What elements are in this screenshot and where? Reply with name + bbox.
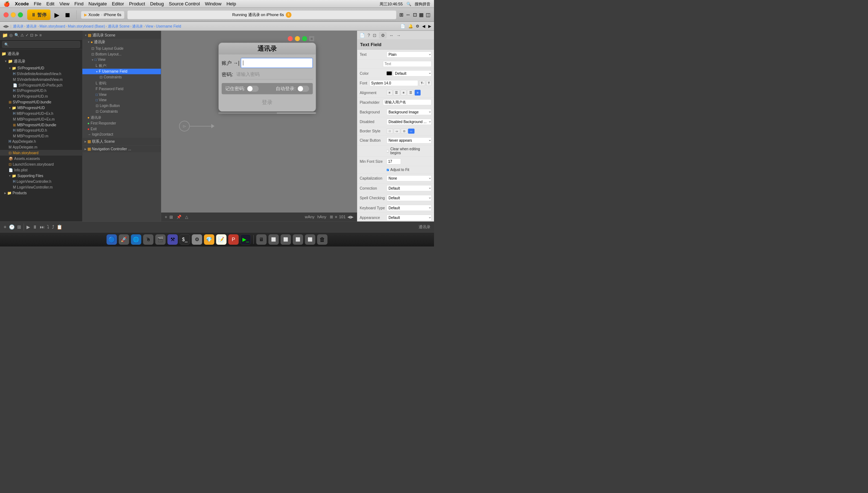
breadcrumb-right-3[interactable]: ⚙	[416, 24, 419, 29]
canvas-add-btn[interactable]: +	[165, 215, 167, 220]
dock-settings[interactable]: ⚙	[192, 234, 202, 245]
bottom-stepin-btn[interactable]: ⤴	[52, 224, 54, 230]
bottom-play-btn[interactable]: ▶	[26, 224, 30, 230]
nav-project-icon[interactable]: 📁	[2, 33, 8, 38]
dock-video[interactable]: 🎬	[155, 234, 166, 245]
panel-btn[interactable]: ▦	[419, 12, 424, 18]
nav-find-icon[interactable]: 🔍	[14, 33, 19, 38]
sidebar-item-launch[interactable]: ⊡ LaunchScreen.storyboard	[0, 161, 82, 167]
prop-correction-select[interactable]: Default	[387, 185, 432, 191]
sidebar-item-mb1[interactable]: H MBProgressHUD+Ex.h	[0, 111, 82, 117]
dock-safari[interactable]: 🌐	[131, 234, 141, 245]
align-right[interactable]: ≡	[401, 90, 406, 96]
nav-btn[interactable]: ↔	[406, 12, 411, 18]
sidebar-item-subgroup[interactable]: ▼ 📁 通讯录	[0, 58, 82, 65]
dock-paprika[interactable]: P	[228, 234, 239, 245]
nav-item-tongxun-ctrl[interactable]: ▼ ● 通讯录	[82, 39, 161, 45]
autologin-toggle[interactable]	[298, 86, 309, 92]
menu-window[interactable]: Window	[205, 1, 221, 7]
breadcrumb-2[interactable]: 通讯录	[26, 24, 37, 29]
align-center[interactable]: ☰	[393, 90, 400, 96]
nav-item-constraints-view[interactable]: ⊡ Constraints	[82, 109, 161, 114]
prop-spell-select[interactable]: Default	[387, 195, 432, 201]
dock-icon3[interactable]: ⬜	[281, 234, 291, 245]
breadcrumb-6[interactable]: 通讯录	[132, 24, 143, 29]
scene-heading-tongxun[interactable]: ▼ ▦ 通讯录 Scene	[82, 31, 161, 39]
dock-icon5[interactable]: ⬜	[305, 234, 315, 245]
prop-text-select[interactable]: Plain	[387, 52, 432, 58]
nav-issue-icon[interactable]: ⚠	[20, 33, 24, 38]
breadcrumb-8[interactable]: Username Field	[156, 24, 181, 29]
nav-item-account-label[interactable]: L 账户:	[82, 63, 161, 69]
prop-keyboard-select[interactable]: Default	[387, 205, 432, 211]
inspector-size-btn[interactable]: ↔	[389, 33, 394, 38]
scene-heading-navctrl[interactable]: ▶ ▦ Navigation Controller ...	[82, 146, 161, 152]
sidebar-item-appdelegate-m[interactable]: M AppDelegate.m	[0, 145, 82, 150]
bottom-step-btn[interactable]: ⏭	[40, 224, 44, 230]
dock-mouse[interactable]: 🖱	[143, 234, 154, 245]
bottom-add-btn[interactable]: +	[4, 224, 6, 230]
align-left[interactable]: ≡	[387, 90, 392, 96]
prop-disabled-select[interactable]: Disabled Background ...	[387, 119, 432, 125]
border-active[interactable]: ▭	[408, 129, 415, 134]
menu-xcode[interactable]: Xcode	[15, 1, 29, 7]
nav-item-view3[interactable]: □ View	[82, 97, 161, 103]
border-round[interactable]: ⊡	[401, 129, 408, 134]
traffic-yellow[interactable]	[11, 12, 16, 17]
nav-test-icon[interactable]: ✓	[25, 33, 29, 38]
scheme-selector[interactable]: ▶ Xcode › iPhone 6s	[81, 11, 124, 19]
dock-trash[interactable]: 🗑	[317, 234, 328, 245]
bottom-filter-btn[interactable]: ⊞	[17, 224, 21, 230]
align-active[interactable]: ≡	[415, 90, 420, 96]
bottom-history-btn[interactable]: 🕐	[9, 224, 15, 230]
breadcrumb-5[interactable]: 通讯录 Scene	[108, 24, 130, 29]
prop-color-select[interactable]: Default	[393, 70, 432, 77]
prop-bg-select[interactable]: Background Image	[387, 109, 432, 115]
dock-finder[interactable]: 🔵	[107, 234, 117, 245]
menu-help[interactable]: Help	[226, 1, 236, 7]
menu-view[interactable]: View	[59, 1, 69, 7]
dock-icon2[interactable]: ⬜	[269, 234, 279, 245]
align-justify[interactable]: ☰	[407, 90, 414, 96]
dock-sketch[interactable]: 💎	[204, 234, 214, 245]
nav-symbol-icon[interactable]: ◎	[9, 33, 13, 38]
nav-item-username-field[interactable]: ▼ F Username Field	[82, 69, 161, 74]
sidebar-item-appdelegate-h[interactable]: H AppDelegate.h	[0, 139, 82, 145]
breadcrumb-3[interactable]: Main.storyboard	[39, 24, 65, 29]
border-line[interactable]: ▭	[394, 129, 400, 134]
breadcrumb-right-1[interactable]: 📄	[400, 24, 405, 29]
sidebar-item-svbundle[interactable]: ⊞ SVProgressHUD.bundle	[0, 99, 82, 105]
inspector-file-btn[interactable]: 📄	[360, 33, 365, 38]
nav-item-password-label[interactable]: L 密码:	[82, 80, 161, 87]
window-expand-dot[interactable]	[302, 36, 307, 41]
sidebar-item-svprogress[interactable]: ▼ 📁 SVProgressHUD	[0, 65, 82, 71]
nav-log-icon[interactable]: ≡	[39, 33, 42, 38]
breadcrumb-right-4[interactable]: ◀	[422, 24, 425, 29]
sidebar-item-sv3[interactable]: 📄 SVProgressHUD-Prefix.pch	[0, 82, 82, 88]
run-button[interactable]: ▶	[53, 10, 61, 20]
nav-debug-icon[interactable]: ⊡	[30, 33, 33, 38]
menu-edit[interactable]: Edit	[46, 1, 54, 7]
bottom-debug-view-btn[interactable]: 📋	[57, 224, 62, 230]
nav-item-loginbtn[interactable]: ⊡ Login Button	[82, 103, 161, 109]
nav-breakpoint-icon[interactable]: ⊳	[35, 33, 38, 38]
zoom-fit-btn[interactable]: ◀▶	[347, 215, 353, 219]
traffic-green[interactable]	[18, 12, 23, 17]
sidebar-item-root-group[interactable]: 📁 通讯录	[0, 50, 82, 58]
canvas-grid-btn[interactable]: ⊞	[169, 215, 173, 220]
username-field[interactable]	[241, 58, 313, 68]
font-size-decrease[interactable]: T-	[419, 80, 425, 86]
zoom-list-btn[interactable]: ≡	[335, 215, 337, 219]
sidebar-item-mb4[interactable]: M MBProgressHUD.m	[0, 133, 82, 139]
sidebar-item-loginvc-m[interactable]: M LoginViewController.m	[0, 185, 82, 190]
inspector-identity-btn[interactable]: ⊡	[373, 33, 376, 38]
menu-find[interactable]: Find	[74, 1, 83, 7]
sidebar-item-sv5[interactable]: M SVProgressHUD.m	[0, 94, 82, 99]
zoom-num-btn[interactable]: 101	[339, 215, 346, 219]
menu-product[interactable]: Product	[129, 1, 145, 7]
nav-item-login2contact[interactable]: → login2contact	[82, 132, 161, 137]
menu-file[interactable]: File	[34, 1, 42, 7]
sidebar-item-loginvc-h[interactable]: H LoginViewController.h	[0, 179, 82, 185]
dock-icon4[interactable]: ⬜	[293, 234, 303, 245]
dock-launchpad[interactable]: 🚀	[119, 234, 129, 245]
